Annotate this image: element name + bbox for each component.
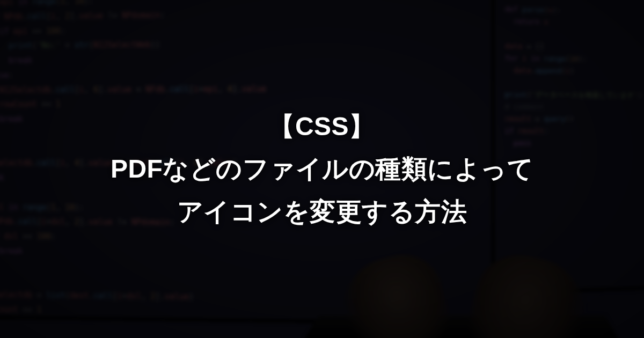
title-overlay: 【CSS】 PDFなどのファイルの種類によって アイコンを変更する方法 [0,0,644,338]
title-line-2: PDFなどのファイルの種類によって [111,148,533,190]
title-line-1: 【CSS】 [269,105,375,148]
title-line-3: アイコンを変更する方法 [177,190,467,233]
